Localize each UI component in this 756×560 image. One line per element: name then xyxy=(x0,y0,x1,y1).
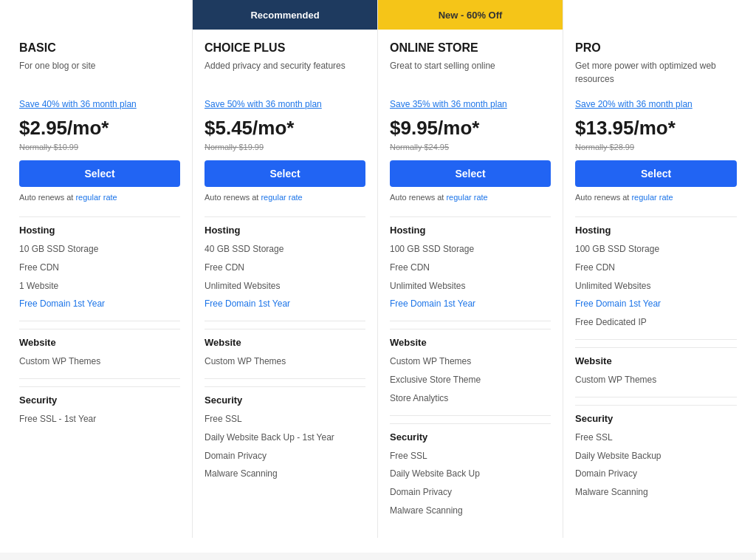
plan-basic-normally: Normally $10.99 xyxy=(19,143,180,151)
plan-choice-plus-price-amount: $5.45/mo* xyxy=(205,117,294,139)
plan-basic-security-section: Security Free SSL - 1st Year xyxy=(19,378,180,426)
plan-online-store-website-title: Website xyxy=(390,329,551,348)
plan-choice-plus-domain-link[interactable]: Free Domain 1st Year xyxy=(205,298,365,310)
plan-choice-plus-banner: Recommended xyxy=(193,0,377,30)
plan-pro-name: PRO xyxy=(575,41,737,55)
plan-basic-wp-themes: Custom WP Themes xyxy=(19,355,180,368)
plan-online-store-save-link[interactable]: Save 35% with 36 month plan xyxy=(390,99,551,109)
plan-basic-domain-link[interactable]: Free Domain 1st Year xyxy=(19,298,180,310)
plans-container: BASIC For one blog or site Save 40% with… xyxy=(7,0,749,538)
plan-choice-plus-description: Added privacy and security features xyxy=(205,59,365,89)
plan-choice-plus-ssl: Free SSL xyxy=(205,413,365,426)
plan-online-store-malware: Malware Scanning xyxy=(390,505,551,517)
plan-online-store-security-section: Security Free SSL Daily Website Back Up … xyxy=(390,415,551,517)
plan-choice-plus-select-button[interactable]: Select xyxy=(205,160,365,187)
plan-pro-save-link[interactable]: Save 20% with 36 month plan xyxy=(575,99,737,109)
plan-basic-security-title: Security xyxy=(19,386,180,406)
plan-choice-plus-website-section: Website Custom WP Themes xyxy=(205,321,365,368)
plan-basic-banner xyxy=(7,0,192,30)
plan-online-store-cdn: Free CDN xyxy=(390,262,551,274)
plan-choice-plus-website-title: Website xyxy=(205,329,365,348)
plan-basic-select-button[interactable]: Select xyxy=(19,160,180,187)
plan-online-store-domain-link[interactable]: Free Domain 1st Year xyxy=(390,298,551,310)
plan-pro-price: $13.95/mo* xyxy=(575,117,737,140)
plan-pro-regular-rate-link[interactable]: regular rate xyxy=(631,193,673,202)
plan-online-store: New - 60% Off ONLINE STORE Great to star… xyxy=(378,0,563,538)
plan-online-store-wp-themes: Custom WP Themes xyxy=(390,355,551,368)
plan-choice-plus-backup: Daily Website Back Up - 1st Year xyxy=(205,431,365,444)
plan-online-store-price: $9.95/mo* xyxy=(390,117,551,140)
plan-online-store-name: ONLINE STORE xyxy=(390,41,551,55)
plan-basic: BASIC For one blog or site Save 40% with… xyxy=(7,0,193,538)
plan-choice-plus-normally: Normally $19.99 xyxy=(205,143,365,151)
plan-pro-price-amount: $13.95/mo* xyxy=(575,117,676,139)
plan-online-store-auto-renews: Auto renews at regular rate xyxy=(390,193,551,202)
plan-online-store-websites: Unlimited Websites xyxy=(390,280,551,293)
plan-pro-malware: Malware Scanning xyxy=(575,486,737,499)
plan-choice-plus-regular-rate-link[interactable]: regular rate xyxy=(261,193,302,202)
plan-basic-save-link[interactable]: Save 40% with 36 month plan xyxy=(19,99,180,109)
plan-pro-dedicated-ip: Free Dedicated IP xyxy=(575,316,737,329)
plan-pro-website-title: Website xyxy=(575,347,737,366)
plan-online-store-banner: New - 60% Off xyxy=(378,0,563,30)
plan-basic-websites: 1 Website xyxy=(19,280,180,293)
plan-basic-storage: 10 GB SSD Storage xyxy=(19,243,180,256)
plan-basic-website-title: Website xyxy=(19,329,180,348)
plan-pro-website-section: Website Custom WP Themes xyxy=(575,339,737,386)
plan-pro-auto-renews: Auto renews at regular rate xyxy=(575,193,737,202)
plan-choice-plus-privacy: Domain Privacy xyxy=(205,450,365,462)
plan-choice-plus-hosting-title: Hosting xyxy=(205,216,365,236)
plan-pro-backup: Daily Website Backup xyxy=(575,450,737,462)
plan-basic-hosting-title: Hosting xyxy=(19,216,180,236)
plan-choice-plus-wp-themes: Custom WP Themes xyxy=(205,355,365,368)
plan-choice-plus-security-section: Security Free SSL Daily Website Back Up … xyxy=(205,378,365,480)
plan-online-store-ssl: Free SSL xyxy=(390,450,551,462)
plan-basic-price-amount: $2.95/mo* xyxy=(19,117,109,139)
plan-online-store-analytics: Store Analytics xyxy=(390,392,551,405)
plan-online-store-privacy: Domain Privacy xyxy=(390,486,551,499)
plan-pro-security-section: Security Free SSL Daily Website Backup D… xyxy=(575,397,737,499)
plan-choice-plus-websites: Unlimited Websites xyxy=(205,280,365,293)
plan-pro-select-button[interactable]: Select xyxy=(575,160,737,187)
plan-online-store-hosting-title: Hosting xyxy=(390,216,551,236)
plan-online-store-security-title: Security xyxy=(390,423,551,443)
plan-basic-price: $2.95/mo* xyxy=(19,117,180,140)
plan-online-store-normally: Normally $24.95 xyxy=(390,143,551,151)
plan-pro-security-title: Security xyxy=(575,405,737,424)
plan-pro-cdn: Free CDN xyxy=(575,262,737,274)
plan-choice-plus-storage: 40 GB SSD Storage xyxy=(205,243,365,256)
plan-choice-plus-cdn: Free CDN xyxy=(205,262,365,274)
plan-pro-ssl: Free SSL xyxy=(575,431,737,444)
plan-pro-domain-link[interactable]: Free Domain 1st Year xyxy=(575,298,737,310)
plan-choice-plus-auto-renews: Auto renews at regular rate xyxy=(205,193,365,202)
plan-pro-websites: Unlimited Websites xyxy=(575,280,737,293)
plan-pro-storage: 100 GB SSD Storage xyxy=(575,243,737,256)
plan-basic-description: For one blog or site xyxy=(19,59,180,89)
plan-basic-cdn: Free CDN xyxy=(19,262,180,274)
plan-online-store-description: Great to start selling online xyxy=(390,59,551,89)
plan-pro-banner xyxy=(563,0,749,30)
plan-online-store-store-theme: Exclusive Store Theme xyxy=(390,374,551,386)
plan-choice-plus-malware: Malware Scanning xyxy=(205,468,365,480)
plan-online-store-storage: 100 GB SSD Storage xyxy=(390,243,551,256)
plan-pro-normally: Normally $28.99 xyxy=(575,143,737,151)
plan-pro: PRO Get more power with optimized web re… xyxy=(563,0,749,538)
plan-online-store-price-amount: $9.95/mo* xyxy=(390,117,479,139)
plan-online-store-select-button[interactable]: Select xyxy=(390,160,551,187)
plan-choice-plus-save-link[interactable]: Save 50% with 36 month plan xyxy=(205,99,365,109)
plan-pro-wp-themes: Custom WP Themes xyxy=(575,374,737,386)
plan-pro-description: Get more power with optimized web resour… xyxy=(575,59,737,89)
plan-basic-ssl: Free SSL - 1st Year xyxy=(19,413,180,426)
plan-choice-plus-price: $5.45/mo* xyxy=(205,117,365,140)
plan-choice-plus: Recommended CHOICE PLUS Added privacy an… xyxy=(193,0,378,538)
plan-basic-name: BASIC xyxy=(19,41,180,55)
plan-choice-plus-name: CHOICE PLUS xyxy=(205,41,365,55)
plan-online-store-backup: Daily Website Back Up xyxy=(390,468,551,480)
plan-basic-regular-rate-link[interactable]: regular rate xyxy=(75,193,117,202)
plan-basic-auto-renews: Auto renews at regular rate xyxy=(19,193,180,202)
plan-pro-privacy: Domain Privacy xyxy=(575,468,737,480)
plan-basic-website-section: Website Custom WP Themes xyxy=(19,321,180,368)
plan-choice-plus-security-title: Security xyxy=(205,386,365,406)
plan-pro-hosting-title: Hosting xyxy=(575,216,737,236)
plan-online-store-regular-rate-link[interactable]: regular rate xyxy=(446,193,487,202)
